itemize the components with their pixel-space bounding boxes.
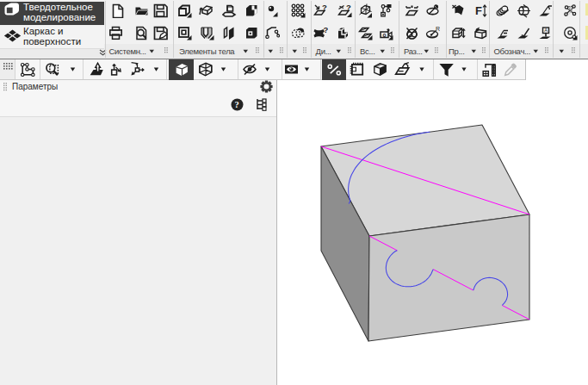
svg-text:?: ? [322,3,327,12]
svg-text:R: R [436,26,440,32]
svg-text:?: ? [346,3,351,12]
svg-text:A: A [544,28,548,33]
svg-text:o: o [383,32,387,38]
svg-text:F: F [475,4,482,17]
svg-text:?: ? [235,100,239,109]
svg-text:?: ? [324,26,329,34]
